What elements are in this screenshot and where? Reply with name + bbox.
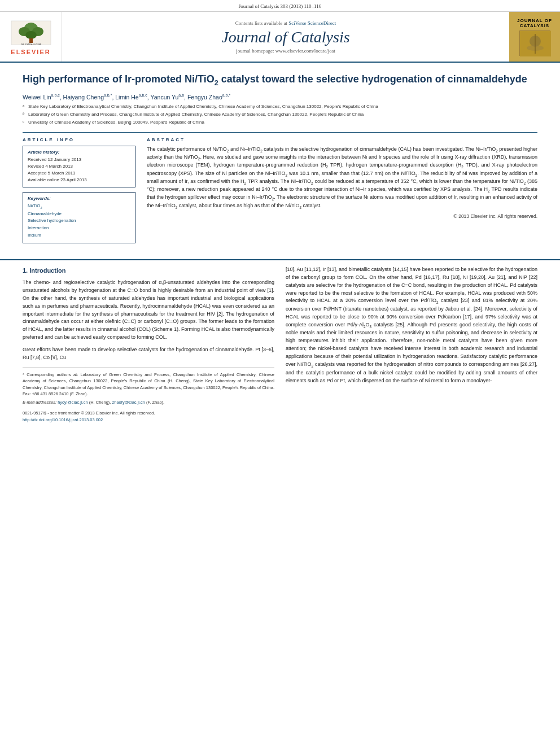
body-left-col: 1. Introduction The chemo- and regiosele… [23, 266, 274, 423]
body-right-col: [10], Au [11,12], Ir [13], and bimetalli… [286, 266, 537, 423]
accepted-date: Accepted 5 March 2013 [28, 170, 130, 177]
keywords-label: Keywords: [28, 196, 130, 201]
intro-para-1-text: The chemo- and regioselective catalytic … [23, 279, 274, 340]
affiliations: a State Key Laboratory of Electroanalyti… [23, 103, 537, 126]
affiliation-c-text: University of Chinese Academy of Science… [28, 119, 204, 125]
email-label: E-mail addresses: [23, 400, 56, 405]
article-content: High performance of Ir-promoted Ni/TiO2 … [0, 63, 560, 254]
page: Journal of Catalysis 303 (2013) 110–116 … [0, 0, 560, 747]
article-title: High performance of Ir-promoted Ni/TiO2 … [23, 73, 537, 88]
history-box: Article history: Received 12 January 201… [23, 146, 135, 187]
keyword-3: Selective hydrogenation [28, 217, 130, 225]
abstract-panel: ABSTRACT The catalytic performance of Ni… [147, 137, 537, 248]
footnote-emails: E-mail addresses: hycyl@ciac.jl.cn (H. C… [23, 399, 274, 405]
jcat-label: JOURNAL OF CATALYSIS [512, 18, 557, 28]
issn-block: 0021-9517/$ - see front matter © 2013 El… [23, 410, 274, 423]
jcat-icon [519, 30, 550, 56]
email-fzhao[interactable]: zhaofy@ciac.jl.cn [112, 400, 145, 405]
affiliation-b-text: Laboratory of Green Chemistry and Proces… [28, 111, 364, 117]
jcat-logo-box: JOURNAL OF CATALYSIS [509, 12, 560, 62]
keyword-4: Interaction [28, 225, 130, 232]
elsevier-wordmark: ELSEVIER [11, 49, 50, 55]
affiliation-c: c University of Chinese Academy of Scien… [23, 119, 537, 126]
body-two-col: 1. Introduction The chemo- and regiosele… [23, 266, 537, 423]
issn-text: 0021-9517/$ - see front matter © 2013 El… [23, 410, 274, 417]
sciverse-link[interactable]: SciVerse ScienceDirect [288, 20, 336, 26]
journal-topbar: Journal of Catalysis 303 (2013) 110–116 [0, 0, 560, 12]
body-content: 1. Introduction The chemo- and regiosele… [0, 259, 560, 429]
jcat-icon-svg [520, 31, 551, 56]
doi-link: http://dx.doi.org/10.1016/j.jcat.2013.03… [23, 417, 274, 423]
abstract-text: The catalytic performance of Ni/TiO2 and… [147, 146, 537, 210]
keyword-2: Cinnamaldehyde [28, 211, 130, 218]
journal-citation: Journal of Catalysis 303 (2013) 110–116 [239, 3, 322, 9]
sciverse-line: Contents lists available at SciVerse Sci… [235, 20, 336, 26]
intro-heading: 1. Introduction [23, 266, 274, 276]
keywords-list: Ni/TiO2 Cinnamaldehyde Selective hydroge… [28, 203, 130, 239]
affiliation-b: b Laboratory of Green Chemistry and Proc… [23, 111, 537, 119]
article-info-heading: ARTICLE INFO [23, 137, 135, 142]
keyword-5: Iridium [28, 232, 130, 239]
svg-text:NE EXTRA LUCEM: NE EXTRA LUCEM [21, 43, 41, 46]
intro-para-2: Great efforts have been made to develop … [23, 346, 274, 362]
abstract-heading: ABSTRACT [147, 137, 537, 142]
intro-para-1: The chemo- and regioselective catalytic … [23, 279, 274, 342]
right-para-1: [10], Au [11,12], Ir [13], and bimetalli… [286, 266, 537, 385]
history-label: Article history: [28, 150, 130, 155]
journal-url: journal homepage: www.elsevier.com/locat… [236, 48, 335, 54]
article-divider [23, 132, 537, 133]
svg-point-4 [25, 31, 37, 39]
affiliation-a-text: State Key Laboratory of Electroanalytica… [28, 103, 378, 110]
journal-name: Journal of Catalysis [221, 28, 349, 46]
available-date: Available online 23 April 2013 [28, 177, 130, 184]
footnote-lab: Laboratory [81, 372, 101, 377]
authors-line: Weiwei Lina,b,c, Haiyang Chenga,b,*, Lim… [23, 93, 537, 101]
elsevier-logo-box: NE EXTRA LUCEM ELSEVIER [0, 12, 62, 62]
affiliation-a: a State Key Laboratory of Electroanalyti… [23, 103, 537, 111]
intro-para-2-text: Great efforts have been made to develop … [23, 347, 274, 360]
revised-date: Revised 4 March 2013 [28, 163, 130, 170]
info-abstract-section: ARTICLE INFO Article history: Received 1… [23, 137, 537, 248]
article-info-panel: ARTICLE INFO Article history: Received 1… [23, 137, 135, 248]
journal-header: NE EXTRA LUCEM ELSEVIER Contents lists a… [0, 12, 560, 63]
keyword-1: Ni/TiO2 [28, 203, 130, 211]
journal-header-center: Contents lists available at SciVerse Sci… [62, 12, 509, 62]
received-date: Received 12 January 2013 [28, 156, 130, 163]
svg-rect-5 [29, 38, 33, 43]
elsevier-tree-icon: NE EXTRA LUCEM [8, 18, 54, 47]
copyright-line: © 2013 Elsevier Inc. All rights reserved… [147, 213, 537, 219]
email-hcheng[interactable]: hycyl@ciac.jl.cn [58, 400, 88, 405]
footnote-corresponding: * Corresponding authors at: Laboratory o… [23, 372, 274, 397]
footnotes: * Corresponding authors at: Laboratory o… [23, 368, 274, 405]
keywords-box: Keywords: Ni/TiO2 Cinnamaldehyde Selecti… [23, 192, 135, 243]
doi-anchor[interactable]: http://dx.doi.org/10.1016/j.jcat.2013.03… [23, 417, 103, 422]
